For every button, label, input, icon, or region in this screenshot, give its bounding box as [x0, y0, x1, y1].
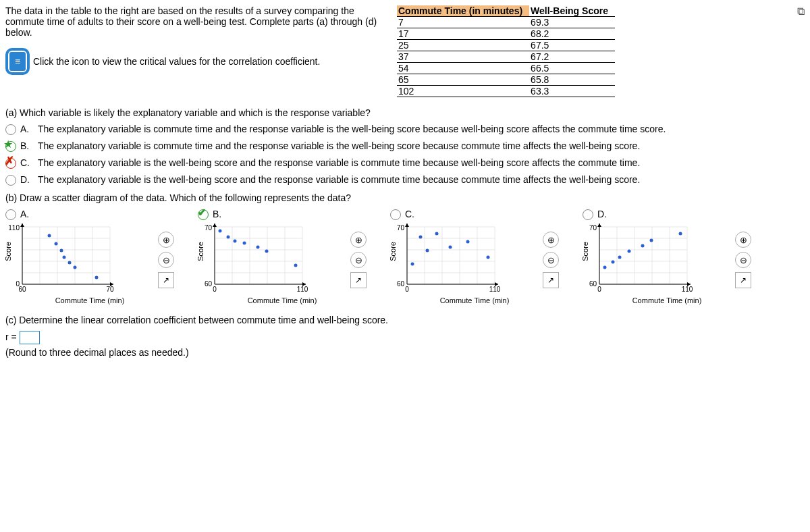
svg-point-48	[265, 250, 269, 253]
popout-icon[interactable]: ↗	[543, 272, 559, 288]
zoom-out-icon[interactable]: ⊖	[735, 252, 751, 268]
svg-point-45	[234, 240, 237, 243]
part-c-question: (c) Determine the linear correlation coe…	[5, 315, 805, 325]
svg-text:70: 70	[397, 224, 405, 232]
svg-text:0: 0	[597, 286, 601, 293]
plot-radio-a[interactable]	[5, 209, 16, 220]
choice-a-text: The explanatory variable is commute time…	[38, 124, 666, 134]
plot-radio-c[interactable]	[390, 209, 401, 220]
svg-point-47	[256, 246, 260, 249]
scatter-c: 70 60 0 110	[390, 221, 505, 296]
popout-icon[interactable]: ↗	[158, 272, 174, 288]
plot-radio-d[interactable]	[583, 209, 593, 220]
table-row: 2567.5	[397, 40, 615, 51]
choice-b-text: The explanatory variable is commute time…	[38, 140, 640, 151]
svg-text:110: 110	[682, 286, 693, 293]
svg-text:0: 0	[213, 286, 217, 293]
col-header-commute: Commute Time (in minutes)	[397, 5, 529, 17]
radio-d[interactable]	[5, 175, 16, 186]
svg-point-49	[294, 264, 298, 267]
part-a-question: (a) Which variable is likely the explana…	[5, 107, 805, 118]
x-axis-label: Commute Time (min)	[198, 296, 367, 304]
zoom-in-icon[interactable]: ⊕	[543, 232, 559, 248]
y-axis-label: Score	[4, 242, 12, 261]
critical-values-link[interactable]: ≡ Click the icon to view the critical va…	[5, 48, 390, 75]
svg-point-73	[466, 240, 470, 244]
svg-point-44	[227, 236, 230, 239]
svg-point-43	[219, 230, 222, 233]
col-header-score: Well-Being Score	[529, 5, 615, 17]
radio-a[interactable]	[5, 124, 16, 135]
x-axis-label: Commute Time (min)	[390, 296, 559, 304]
rounding-hint: (Round to three decimal places as needed…	[5, 347, 805, 358]
svg-point-71	[435, 232, 439, 236]
x-axis-label: Commute Time (min)	[5, 296, 174, 304]
svg-point-68	[411, 263, 414, 266]
svg-point-95	[618, 256, 622, 259]
r-prefix: r =	[5, 331, 20, 342]
radio-b[interactable]	[5, 141, 16, 152]
label-d: D.	[20, 174, 34, 185]
scatter-d: 70 60 0 110	[583, 221, 697, 296]
part-b-question: (b) Draw a scatter diagram of the data. …	[5, 192, 805, 203]
svg-text:70: 70	[589, 224, 597, 232]
svg-text:60: 60	[589, 280, 597, 288]
label-c: C.	[20, 157, 34, 168]
choice-d-text: The explanatory variable is the well-bei…	[38, 174, 640, 185]
r-input[interactable]	[20, 331, 40, 344]
label-b: B.	[20, 140, 34, 151]
plot-label-b: B.	[213, 209, 226, 219]
svg-text:70: 70	[106, 286, 114, 293]
y-axis-label: Score	[196, 242, 205, 261]
zoom-in-icon[interactable]: ⊕	[735, 232, 751, 248]
svg-point-94	[612, 261, 615, 264]
zoom-out-icon[interactable]: ⊖	[350, 252, 367, 268]
popout-icon[interactable]: ↗	[350, 272, 367, 288]
plot-label-a: A.	[20, 209, 34, 219]
svg-text:110: 110	[8, 224, 20, 232]
svg-point-21	[63, 256, 66, 259]
choice-c-text: The explanatory variable is the well-bei…	[38, 157, 640, 168]
table-row: 10263.3	[397, 86, 615, 97]
copy-icon[interactable]: ⧉	[797, 5, 805, 18]
plot-label-c: C.	[405, 209, 418, 219]
svg-point-23	[74, 266, 77, 269]
svg-point-99	[679, 232, 682, 236]
intro-text: The data in the table to the right are b…	[5, 5, 390, 38]
svg-point-93	[603, 266, 607, 269]
svg-point-98	[650, 239, 653, 242]
scatter-a: 110 0 60 70	[5, 221, 120, 296]
svg-text:60: 60	[205, 280, 213, 288]
svg-point-18	[48, 234, 51, 238]
svg-point-96	[628, 250, 631, 253]
popout-icon[interactable]: ↗	[735, 272, 751, 288]
data-table: Commute Time (in minutes) Well-Being Sco…	[397, 5, 615, 97]
svg-text:60: 60	[397, 280, 405, 288]
svg-point-46	[243, 242, 246, 245]
scatter-b: 70 60 0 110	[198, 221, 313, 296]
table-row: 6565.8	[397, 74, 615, 86]
plot-radio-b[interactable]	[198, 209, 209, 220]
zoom-out-icon[interactable]: ⊖	[543, 252, 559, 268]
svg-point-70	[426, 249, 429, 252]
zoom-in-icon[interactable]: ⊕	[350, 232, 367, 248]
table-icon: ≡	[5, 48, 30, 75]
zoom-in-icon[interactable]: ⊕	[158, 232, 174, 248]
y-axis-label: Score	[581, 242, 589, 261]
svg-point-69	[419, 236, 423, 239]
svg-point-22	[68, 261, 72, 265]
svg-point-20	[60, 249, 63, 252]
svg-point-19	[55, 242, 58, 246]
y-axis-label: Score	[389, 242, 397, 261]
svg-point-97	[641, 244, 645, 248]
zoom-out-icon[interactable]: ⊖	[158, 252, 174, 268]
table-row: 769.3	[397, 17, 615, 28]
link-text: Click the icon to view the critical valu…	[33, 56, 320, 67]
svg-text:60: 60	[18, 286, 26, 293]
label-a: A.	[20, 124, 34, 134]
x-axis-label: Commute Time (min)	[583, 296, 751, 304]
svg-text:0: 0	[405, 286, 409, 293]
svg-point-74	[487, 256, 490, 259]
table-row: 5466.5	[397, 63, 615, 74]
radio-c[interactable]	[5, 158, 16, 169]
